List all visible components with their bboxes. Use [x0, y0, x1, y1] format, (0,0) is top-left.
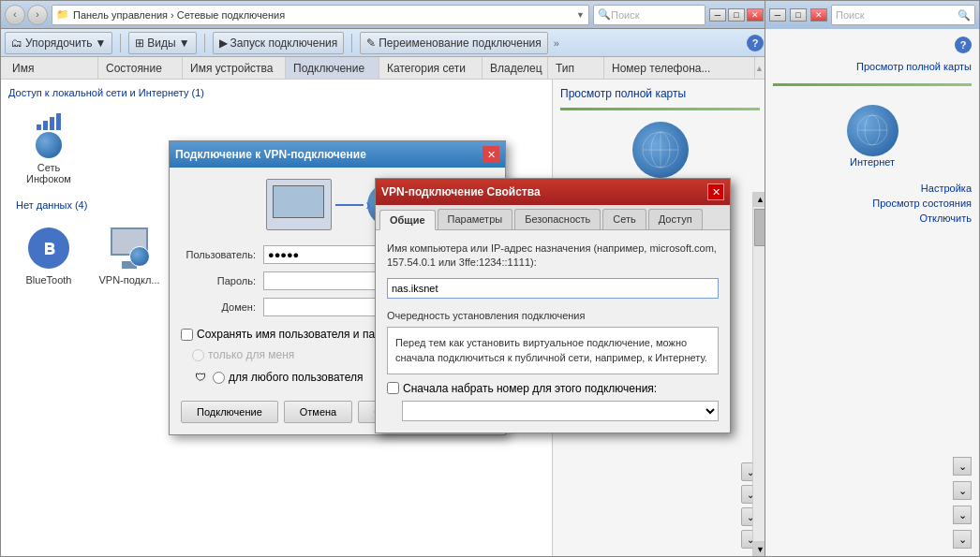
second-search-placeholder: Поиск — [836, 9, 864, 21]
address-text: Панель управления › Сетевые подключения — [73, 9, 572, 21]
network-icon-infocom — [26, 113, 71, 158]
nav-buttons: ‹ › — [5, 5, 48, 25]
chevron-list: ⌄ ⌄ ⌄ ⌄ — [773, 457, 972, 549]
vpn-icon — [109, 227, 150, 269]
tab-access[interactable]: Доступ — [648, 209, 703, 229]
computer-screen — [273, 185, 324, 218]
rename-button[interactable]: ✎ Переименование подключения — [360, 32, 548, 54]
password-label: Пароль: — [181, 275, 256, 286]
col-name[interactable]: Имя — [5, 57, 98, 79]
second-close-button[interactable]: ✕ — [810, 8, 827, 22]
network-item-bluetooth[interactable]: ʙ BlueTooth — [16, 226, 82, 286]
cancel-button[interactable]: Отмена — [284, 401, 352, 423]
radio-all-users[interactable] — [213, 372, 225, 384]
second-content: ? Просмотр полной карты Интернет Настрой… — [765, 29, 979, 556]
save-credentials-label: Сохранять имя пользователя и па... — [197, 328, 384, 341]
internet-globe-icon — [632, 122, 689, 178]
queue-label: Очередность установления подключения — [387, 310, 719, 321]
col-type[interactable]: Тип — [548, 57, 604, 79]
toolbar: 🗂 Упорядочить ▼ ⊞ Виды ▼ ▶ Запуск подклю… — [1, 29, 767, 57]
tab-security[interactable]: Безопасность — [514, 209, 601, 229]
restore-button[interactable]: □ — [728, 8, 745, 22]
save-credentials-checkbox[interactable] — [181, 329, 193, 341]
col-device-name[interactable]: Имя устройства — [183, 57, 286, 79]
tab-network[interactable]: Сеть — [602, 209, 646, 229]
title-bar: ‹ › 📁 Панель управления › Сетевые подклю… — [1, 1, 767, 29]
second-search-box[interactable]: Поиск 🔍 — [831, 5, 975, 25]
col-scroll-up[interactable]: ▲ — [755, 64, 764, 73]
panel-divider — [560, 108, 760, 110]
second-window: ─ □ ✕ Поиск 🔍 ? Просмотр полной карты Ин… — [765, 0, 980, 557]
network-label-bluetooth: BlueTooth — [26, 274, 72, 286]
bar-3 — [50, 117, 54, 130]
column-headers: Имя Состояние Имя устройства Подключение… — [1, 57, 767, 80]
second-right-links: Настройка Просмотр состояния Отключить — [773, 183, 972, 224]
dial-checkbox-row: Сначала набрать номер для этого подключе… — [387, 382, 719, 395]
col-phone[interactable]: Номер телефона... — [604, 57, 755, 79]
domain-label: Домен: — [181, 301, 256, 313]
vpn-props-dialog: VPN-подключение Свойства ✕ Общие Парамет… — [375, 178, 731, 433]
second-disconnect-link[interactable]: Отключить — [773, 213, 972, 224]
server-description: Имя компьютера или IP-адрес назначения (… — [387, 242, 719, 271]
network-item-vpn[interactable]: VPN-подкл... — [97, 226, 162, 286]
address-dropdown-arrow[interactable]: ▼ — [576, 10, 585, 20]
chevron-button-4[interactable]: ⌄ — [953, 530, 972, 549]
radio-only-me[interactable] — [192, 349, 204, 361]
bluetooth-icon: ʙ — [28, 227, 69, 269]
chevron-button-3[interactable]: ⌄ — [953, 506, 972, 524]
second-minimize-button[interactable]: ─ — [769, 8, 786, 22]
globe-svg — [642, 131, 679, 169]
queue-description-box: Перед тем как установить виртуальное под… — [387, 327, 719, 374]
vpn-connect-close-button[interactable]: ✕ — [483, 146, 499, 163]
more-buttons[interactable]: » — [554, 37, 559, 49]
section-1-label[interactable]: Доступ к локальной сети и Интернету (1) — [8, 87, 544, 98]
dial-dropdown-row — [402, 401, 719, 421]
search-placeholder: Поиск — [611, 9, 639, 21]
dial-dropdown[interactable] — [402, 401, 719, 421]
vpn-connect-title: Подключение к VPN-подключение — [175, 148, 366, 161]
connection-arrow — [335, 204, 364, 206]
vpn-props-close-button[interactable]: ✕ — [707, 183, 724, 200]
second-title-bar: ─ □ ✕ Поиск 🔍 — [765, 1, 979, 29]
back-button[interactable]: ‹ — [5, 5, 25, 25]
second-restore-button[interactable]: □ — [790, 8, 807, 22]
search-box[interactable]: 🔍 Поиск — [593, 5, 705, 25]
second-setup-link[interactable]: Настройка — [773, 183, 972, 194]
server-input[interactable] — [387, 278, 719, 299]
forward-button[interactable]: › — [27, 5, 48, 25]
chevron-button-1[interactable]: ⌄ — [953, 457, 972, 476]
organize-button[interactable]: 🗂 Упорядочить ▼ — [5, 32, 112, 54]
tab-general[interactable]: Общие — [379, 210, 436, 230]
vpn-props-title: VPN-подключение Свойства — [381, 185, 541, 198]
monitor-globe-overlay — [129, 246, 150, 267]
chevron-item-4: ⌄ — [773, 530, 972, 549]
col-status[interactable]: Состояние — [98, 57, 183, 79]
address-bar[interactable]: 📁 Панель управления › Сетевые подключени… — [52, 5, 589, 25]
second-globe-area: Интернет — [773, 105, 972, 168]
network-item-infocom[interactable]: Сеть Инфоком — [16, 113, 82, 184]
vpn-props-title-bar: VPN-подключение Свойства ✕ — [376, 179, 730, 205]
col-owner[interactable]: Владелец — [483, 57, 548, 79]
second-internet-label: Интернет — [850, 156, 895, 168]
help-button[interactable]: ? — [747, 35, 764, 51]
chevron-button-2[interactable]: ⌄ — [953, 481, 972, 500]
second-help-button[interactable]: ? — [955, 37, 972, 53]
col-connection[interactable]: Подключение — [286, 57, 379, 79]
close-button[interactable]: ✕ — [747, 8, 764, 22]
bars-row — [37, 113, 61, 130]
second-view-map-link[interactable]: Просмотр полной карты — [773, 61, 972, 72]
connect-button[interactable]: Подключение — [181, 401, 278, 423]
tab-parameters[interactable]: Параметры — [438, 209, 513, 229]
launch-button[interactable]: ▶ Запуск подключения — [213, 32, 345, 54]
network-icon-bluetooth: ʙ — [26, 226, 71, 271]
computer-icon — [266, 179, 332, 230]
bar-2 — [43, 121, 48, 130]
view-map-link[interactable]: Просмотр полной карты — [560, 87, 760, 100]
col-category[interactable]: Категория сети — [379, 57, 483, 79]
network-label-vpn: VPN-подкл... — [98, 274, 159, 286]
minimize-button[interactable]: ─ — [709, 8, 726, 22]
views-button[interactable]: ⊞ Виды ▼ — [128, 32, 196, 54]
second-view-status-link[interactable]: Просмотр состояния — [773, 198, 972, 209]
network-bars-icon — [36, 113, 62, 158]
dial-checkbox[interactable] — [387, 382, 399, 394]
